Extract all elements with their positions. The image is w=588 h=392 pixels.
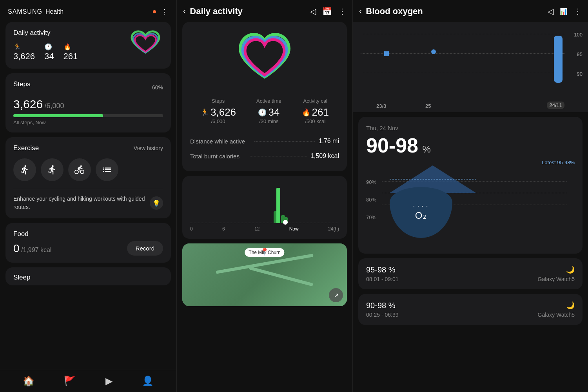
y-tick-90: 90% [366,179,376,185]
steps-metric-label: Steps [212,98,225,104]
moon-icon-1: 🌙 [566,265,575,274]
chart-label-now: Now [289,226,299,232]
right-back-button[interactable]: ‹ [359,6,362,16]
gridline-90 [361,73,564,73]
y-tick-70: 70% [366,214,376,220]
heart-rings-small [128,29,163,60]
map-card[interactable]: The Milk Churn 📍 ↗ [182,243,347,306]
play-icon: ▶ [105,376,113,387]
record-button[interactable]: Record [127,241,163,256]
run-button[interactable] [41,158,64,181]
steps-header: Steps 60% [13,80,163,94]
chart-card: 0 6 12 Now 24(h) [182,176,347,239]
progress-bar-fill [13,114,103,117]
distance-label: Distance while active [190,138,250,145]
chart-bar-2 [276,188,280,223]
active-time-stat-value: 34 [44,51,54,62]
middle-back-button[interactable]: ‹ [183,6,186,16]
reading-range: 90-98 [366,134,418,157]
y-label-95: 95 [577,51,583,57]
distance-dots [254,141,315,142]
nav-profile[interactable]: 👤 [142,376,154,387]
y-label-90: 90 [577,71,583,77]
middle-panel: ‹ Daily activity ◁ 📅 ⋮ [176,0,353,392]
steps-percent: 60% [152,84,163,91]
steps-icon: 🏃 [13,43,21,51]
walk-button[interactable] [13,158,36,181]
spo2-graph-card: 100 95 90 23/8 25 24/11 [353,22,588,112]
list-button[interactable] [96,158,118,181]
profile-icon: 👤 [142,376,154,387]
steps-value: 3,626 [13,98,43,111]
chart-label-0: 0 [190,226,193,232]
activity-cal-label: Activity cal [303,98,327,104]
middle-content: Steps 🏃 3,626 /6,000 Active time 🕐 34 /3… [177,22,352,392]
calories-stat-value: 261 [64,51,78,62]
reading-unit: % [422,144,430,154]
calendar-icon[interactable]: 📅 [322,7,332,16]
exercise-card: Exercise View history Enhance you [5,137,171,218]
latest-label: Latest 95-98% [542,160,575,165]
reading-top-2: 90-98 % 🌙 [366,301,575,310]
blood-oxygen-card: Thu, 24 Nov 90-98 % Latest 95-98% 90% 80… [358,117,583,254]
moon-icon-2: 🌙 [566,301,575,310]
gridline-100 [361,34,564,34]
right-menu-icon[interactable]: ⋮ [574,7,582,16]
nav-play[interactable]: ▶ [105,376,113,387]
chart-area [190,184,339,223]
steps-metric-goal: /6,000 [211,118,225,124]
food-card: Food 0 /1,997 kcal Record [5,223,171,263]
steps-goal: /6,000 [45,102,64,110]
samsung-health: Health [45,8,64,15]
steps-card[interactable]: Steps 60% 3,626 /6,000 All steps, Now [5,73,171,132]
exercise-divider [13,189,163,189]
reading-range-1: 95-98 % [366,265,396,274]
food-cal-row: 0 /1,997 kcal [13,242,51,255]
view-history-link[interactable]: View history [134,145,163,151]
daily-activity-card[interactable]: Daily activity 🏃 3,626 🕐 34 🔥 261 [5,22,171,69]
middle-header-title: Daily activity [190,6,306,16]
spo2-chart-container: 100 95 90 23/8 25 24/11 [353,22,588,112]
calorie-icon: 🔥 [302,108,310,117]
reading-range-row: 90-98 % [366,135,575,156]
chart-label-12: 12 [254,226,260,232]
steps-value-row: 3,626 /6,000 [13,98,163,111]
sleep-card[interactable]: Sleep [5,267,171,285]
middle-header: ‹ Daily activity ◁ 📅 ⋮ [177,0,352,22]
calories-row: Total burnt calories 1,509 kcal [190,149,339,163]
exercise-promo: Enhance your cycling and hiking workouts… [13,195,163,211]
time-icon: 🕐 [258,108,267,117]
map-expand-button[interactable]: ↗ [329,288,343,302]
reading-range-2: 90-98 % [366,301,396,310]
calories-dots [250,156,307,156]
left-menu-icon[interactable]: ⋮ [161,7,169,16]
share-icon[interactable]: ◁ [310,7,316,16]
map-background: The Milk Churn 📍 ↗ [182,243,347,306]
steps-arrow-icon: 🏃 [200,108,209,117]
steps-title: Steps [13,80,30,88]
activity-cal-metric: Activity cal 🔥 261 /500 kcal [302,98,329,124]
flame-icon: 🔥 [64,43,71,51]
reading-row-2: 90-98 % 🌙 00:25 - 06:39 Galaxy Watch5 [358,294,583,325]
now-marker [283,220,288,225]
droplet-dots: • • • • [414,204,429,208]
middle-menu-icon[interactable]: ⋮ [338,7,346,16]
exercise-title: Exercise [13,144,39,152]
exercise-header: Exercise View history [13,144,163,152]
samsung-logo: SAMSUNG Health [8,8,64,15]
active-time-stat: 🕐 34 [44,43,54,62]
exercise-icons-row [13,158,163,181]
cycle-button[interactable] [68,158,91,181]
active-time-label: Active time [256,98,281,104]
activity-cal-goal: /500 kcal [305,118,325,124]
steps-sub: All steps, Now [13,120,163,125]
spo2-visualization: Latest 95-98% 90% 80% 70% [366,160,575,246]
right-chart-icon[interactable]: 📊 [560,8,568,15]
nav-flag[interactable]: 🚩 [64,376,76,387]
nav-home[interactable]: 🏠 [23,376,34,387]
calories-value: 1,509 kcal [310,152,339,160]
distance-row: Distance while active 1.76 mi [190,134,339,149]
y-label-100: 100 [574,32,583,38]
activity-details: Distance while active 1.76 mi Total burn… [190,134,339,163]
right-share-icon[interactable]: ◁ [548,7,554,16]
